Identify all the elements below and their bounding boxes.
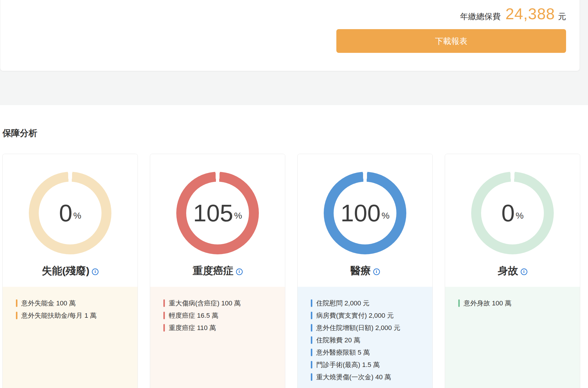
card-title: 醫療 (350, 264, 371, 278)
page-top-area: 年繳總保費 24,388 元 下載報表 (0, 0, 588, 105)
benefit-item: 輕度癌症 16.5 萬 (163, 312, 276, 319)
benefit-accent-bar (163, 324, 165, 332)
benefit-list: 意外身故 100 萬 (445, 287, 580, 388)
benefit-accent-bar (458, 299, 460, 307)
benefit-accent-bar (16, 299, 17, 307)
coverage-cards: 0 % 失能(殘廢) i 意外失能金 100 萬 意外失能扶助金 (2, 154, 588, 388)
premium-unit: 元 (558, 11, 566, 22)
gauge-percent-number: 100 (341, 201, 380, 225)
benefit-label: 重度癌症 110 萬 (169, 324, 216, 332)
gauge-percent-number: 105 (193, 201, 233, 225)
benefit-list: 意外失能金 100 萬 意外失能扶助金/每月 1 萬 (3, 287, 138, 388)
benefit-item: 重度癌症 110 萬 (163, 324, 276, 332)
benefit-accent-bar (311, 299, 312, 307)
gauge-center: 100 % (334, 182, 396, 244)
premium-value: 24,388 (505, 5, 555, 23)
benefit-accent-bar (16, 312, 17, 319)
coverage-card-medical: 100 % 醫療 i 住院慰問 2,000 元 病房費(實支實付 (297, 154, 433, 388)
benefit-item: 意外住院增額(日額) 2,000 元 (311, 324, 423, 332)
benefit-item: 重大燒燙傷(一次金) 40 萬 (311, 373, 423, 381)
benefit-item: 病房費(實支實付) 2,000 元 (311, 312, 423, 319)
benefit-item: 重大傷病(含癌症) 100 萬 (163, 299, 276, 307)
benefit-accent-bar (163, 312, 165, 319)
benefit-list: 重大傷病(含癌症) 100 萬 輕度癌症 16.5 萬 重度癌症 110 萬 (150, 287, 285, 388)
card-chart-area: 0 % 失能(殘廢) i (3, 154, 138, 287)
info-icon[interactable]: i (521, 268, 527, 275)
benefit-item: 意外失能扶助金/每月 1 萬 (16, 312, 129, 319)
benefit-label: 意外失能扶助金/每月 1 萬 (21, 312, 97, 319)
download-report-button[interactable]: 下載報表 (336, 29, 566, 53)
gauge-ring: 0 % (471, 172, 554, 254)
gauge-center: 0 % (39, 182, 102, 244)
benefit-label: 住院慰問 2,000 元 (316, 299, 369, 307)
summary-panel: 年繳總保費 24,388 元 下載報表 (0, 0, 580, 71)
benefit-accent-bar (311, 312, 312, 319)
benefit-item: 門診手術(最高) 1.5 萬 (311, 361, 423, 368)
card-title: 身故 (498, 264, 518, 278)
info-icon[interactable]: i (236, 268, 243, 275)
gauge-ring: 0 % (29, 172, 111, 254)
gauge-ring: 105 % (176, 172, 259, 254)
annual-premium: 年繳總保費 24,388 元 (460, 5, 566, 23)
section-title: 保障分析 (2, 127, 588, 139)
premium-label: 年繳總保費 (460, 11, 501, 22)
gauge-center: 0 % (481, 182, 544, 244)
coverage-analysis-section: 保障分析 0 % 失能(殘廢) i (0, 105, 588, 388)
benefit-accent-bar (311, 373, 312, 381)
gauge-ring: 100 % (324, 172, 406, 254)
percent-sign: % (234, 211, 242, 221)
coverage-card-death: 0 % 身故 i 意外身故 100 萬 (445, 154, 580, 388)
benefit-label: 病房費(實支實付) 2,000 元 (316, 312, 394, 319)
percent-sign: % (73, 211, 81, 221)
info-icon[interactable]: i (373, 268, 380, 275)
benefit-label: 重大傷病(含癌症) 100 萬 (169, 299, 241, 307)
benefit-accent-bar (311, 349, 312, 356)
card-title-row: 失能(殘廢) i (42, 264, 99, 278)
card-title-row: 醫療 i (350, 264, 380, 278)
benefit-label: 門診手術(最高) 1.5 萬 (316, 361, 380, 368)
benefit-accent-bar (163, 299, 165, 307)
card-title: 重度癌症 (193, 264, 234, 278)
benefit-accent-bar (311, 324, 312, 332)
benefit-label: 意外醫療限額 5 萬 (316, 349, 370, 356)
benefit-label: 住院雜費 20 萬 (316, 336, 360, 344)
coverage-card-disability: 0 % 失能(殘廢) i 意外失能金 100 萬 意外失能扶助金 (2, 154, 138, 388)
benefit-label: 意外住院增額(日額) 2,000 元 (316, 324, 400, 332)
card-title: 失能(殘廢) (42, 264, 89, 278)
card-title-row: 重度癌症 i (193, 264, 243, 278)
card-chart-area: 105 % 重度癌症 i (150, 154, 285, 287)
benefit-item: 意外失能金 100 萬 (16, 299, 129, 307)
benefit-label: 重大燒燙傷(一次金) 40 萬 (316, 373, 391, 381)
card-chart-area: 0 % 身故 i (445, 154, 580, 287)
benefit-item: 意外身故 100 萬 (458, 299, 571, 307)
benefit-item: 意外醫療限額 5 萬 (311, 349, 423, 356)
benefit-list: 住院慰問 2,000 元 病房費(實支實付) 2,000 元 意外住院增額(日額… (298, 287, 432, 388)
info-icon[interactable]: i (92, 268, 99, 275)
benefit-item: 住院雜費 20 萬 (311, 336, 423, 344)
gauge-center: 105 % (186, 182, 249, 244)
benefit-label: 輕度癌症 16.5 萬 (169, 312, 218, 319)
benefit-label: 意外身故 100 萬 (464, 299, 511, 307)
percent-sign: % (516, 211, 524, 221)
coverage-card-severe-cancer: 105 % 重度癌症 i 重大傷病(含癌症) 100 萬 輕度癌 (150, 154, 285, 388)
card-chart-area: 100 % 醫療 i (298, 154, 432, 287)
benefit-accent-bar (311, 361, 312, 368)
percent-sign: % (381, 211, 389, 221)
benefit-item: 住院慰問 2,000 元 (311, 299, 423, 307)
benefit-accent-bar (311, 336, 312, 344)
benefit-label: 意外失能金 100 萬 (21, 299, 76, 307)
gauge-percent-number: 0 (501, 201, 515, 225)
gauge-percent-number: 0 (59, 201, 72, 225)
card-title-row: 身故 i (498, 264, 527, 278)
